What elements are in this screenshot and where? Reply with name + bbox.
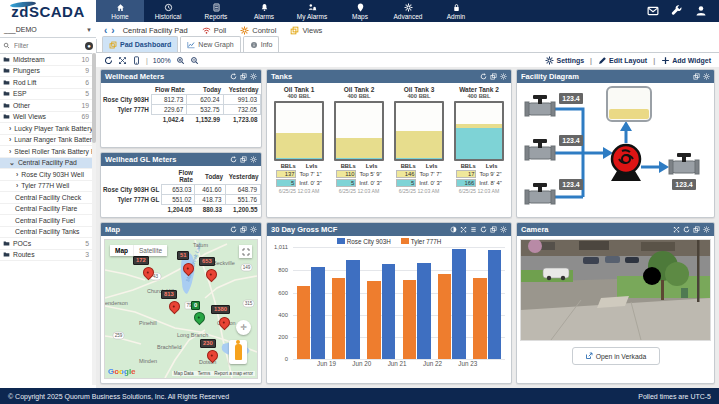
nav-item-my-alarms[interactable]: My Alarms xyxy=(288,0,336,22)
camera-feed-image[interactable] xyxy=(520,239,711,341)
clone-icon[interactable] xyxy=(240,226,247,233)
chart-bar[interactable] xyxy=(382,264,395,359)
refresh-icon[interactable] xyxy=(683,226,690,233)
add-widget-button[interactable]: Add Widget xyxy=(661,56,711,65)
map-marker-label[interactable]: 813 xyxy=(161,290,177,299)
filter-options-icon[interactable]: ● xyxy=(85,42,93,50)
terms-link[interactable]: Terms xyxy=(198,371,211,376)
gear-icon[interactable] xyxy=(250,156,257,163)
map-data-link[interactable]: Map Data xyxy=(174,371,194,376)
user-icon[interactable] xyxy=(695,5,707,17)
chart-bar[interactable] xyxy=(488,250,501,359)
sidebar-item-midstream[interactable]: Midstream10 xyxy=(0,54,96,66)
expand-icon[interactable] xyxy=(460,226,467,233)
chart-bar[interactable] xyxy=(403,280,416,359)
chart-bar[interactable] xyxy=(346,260,359,359)
map-fullscreen-button[interactable] xyxy=(239,245,252,258)
map-type-satellite-button[interactable]: Satellite xyxy=(133,245,167,256)
sidebar-item-central-facility-tanks[interactable]: Central Facility Tanks xyxy=(0,227,96,239)
refresh-icon[interactable] xyxy=(230,73,237,80)
sidebar-item-rose-city-well[interactable]: ›Rose City 903H Well xyxy=(0,169,96,181)
map-pan-control[interactable]: ✛ xyxy=(236,320,251,335)
zoom-out-icon[interactable] xyxy=(190,56,199,65)
sidebar-item-central-facility-fuel[interactable]: Central Facility Fuel xyxy=(0,215,96,227)
gear-icon[interactable] xyxy=(250,226,257,233)
sidebar-item-well-views[interactable]: Well Views69 xyxy=(0,112,96,124)
map-marker-label[interactable]: 230 xyxy=(200,339,216,348)
wrench-icon[interactable] xyxy=(671,5,683,17)
gear-icon[interactable] xyxy=(250,73,257,80)
views-button[interactable]: Views xyxy=(290,26,322,35)
contrast-icon[interactable] xyxy=(450,226,457,233)
sidebar-item-central-facility-flare[interactable]: Central Facility Flare xyxy=(0,204,96,216)
map-marker-label[interactable]: 51 xyxy=(177,251,189,260)
zoom-in-icon[interactable] xyxy=(176,56,185,65)
clone-icon[interactable] xyxy=(490,226,497,233)
map-marker-label[interactable]: 0 xyxy=(191,301,200,310)
google-logo[interactable]: Google xyxy=(108,367,136,376)
control-button[interactable]: Control xyxy=(240,26,276,35)
chart-bar[interactable] xyxy=(438,274,451,359)
nav-item-alarms[interactable]: Alarms xyxy=(240,0,288,22)
filter-input[interactable] xyxy=(12,41,83,50)
edit-layout-button[interactable]: Edit Layout xyxy=(598,56,647,65)
nav-item-historical[interactable]: Historical xyxy=(144,0,192,22)
tab-pad-dashboard[interactable]: Pad Dashboard xyxy=(102,36,178,52)
refresh-icon[interactable] xyxy=(480,226,487,233)
chart-bar[interactable] xyxy=(367,281,380,359)
nav-item-maps[interactable]: Maps xyxy=(336,0,384,22)
chart-bar[interactable] xyxy=(452,249,465,359)
gear-icon[interactable] xyxy=(703,226,710,233)
sidebar-item-routes[interactable]: Routes3 xyxy=(0,250,96,262)
clone-icon[interactable] xyxy=(490,73,497,80)
chart-bar[interactable] xyxy=(311,267,324,360)
sidebar-item-pocs[interactable]: POCs5 xyxy=(0,238,96,250)
nav-item-admin[interactable]: Admin xyxy=(432,0,480,22)
sidebar-item-esp[interactable]: ESP5 xyxy=(0,89,96,101)
nav-item-home[interactable]: Home xyxy=(96,0,144,22)
sidebar-item-central-facility-check[interactable]: Central Facility Check xyxy=(0,192,96,204)
legend-item[interactable]: Tyler 777H xyxy=(401,238,441,245)
expand-icon[interactable] xyxy=(118,56,127,65)
mail-icon[interactable] xyxy=(647,5,659,17)
tab-info[interactable]: Info xyxy=(243,36,280,52)
mobile-view-icon[interactable] xyxy=(132,56,141,65)
poll-button[interactable]: Poll xyxy=(202,26,227,35)
chart-bar[interactable] xyxy=(297,286,310,359)
map-type-map-button[interactable]: Map xyxy=(110,245,133,256)
tank-graphic[interactable] xyxy=(454,101,504,161)
facility-diagram-graphic[interactable]: 123.4 123.4 123.4 123.4 xyxy=(519,85,710,215)
tank-graphic[interactable] xyxy=(394,101,444,161)
clone-icon[interactable] xyxy=(240,156,247,163)
refresh-icon[interactable] xyxy=(480,73,487,80)
back-button[interactable]: ‹ xyxy=(104,26,107,36)
clone-icon[interactable] xyxy=(240,73,247,80)
sidebar-item-lunar-ranger[interactable]: ›Lunar Ranger Tank Battery Pad xyxy=(0,135,96,147)
nav-item-reports[interactable]: Reports xyxy=(192,0,240,22)
tab-new-graph[interactable]: New Graph xyxy=(180,36,240,52)
clone-icon[interactable] xyxy=(693,226,700,233)
sidebar-item-steel-roller[interactable]: ›Steel Roller Tank Battery Pad xyxy=(0,146,96,158)
sidebar-item-lucky-player[interactable]: ›Lucky Player Tank Battery Pad xyxy=(0,123,96,135)
clone-icon[interactable] xyxy=(693,73,700,80)
menu-icon[interactable] xyxy=(470,226,477,233)
gear-icon[interactable] xyxy=(703,73,710,80)
pegman-control[interactable] xyxy=(229,340,247,364)
tank-graphic[interactable] xyxy=(334,101,384,161)
sidebar-item-rod-lift[interactable]: Rod Lift6 xyxy=(0,77,96,89)
report-error-link[interactable]: Report a map error xyxy=(214,371,253,376)
environment-select[interactable]: ___DEMO ▼ xyxy=(0,22,96,38)
sidebar-item-other[interactable]: Other19 xyxy=(0,100,96,112)
sidebar-item-tyler-well[interactable]: ›Tyler 777H Well xyxy=(0,181,96,193)
map-marker-label[interactable]: 653 xyxy=(199,257,215,266)
map-canvas[interactable]: Martin Creek Lake 43 149 259 315 79 Tatu… xyxy=(104,239,258,379)
map-marker-label[interactable]: 172 xyxy=(133,256,149,265)
map-marker-label[interactable]: 1380 xyxy=(211,305,230,314)
chart-bar[interactable] xyxy=(473,278,486,359)
legend-item[interactable]: Rose City 903H xyxy=(337,238,391,245)
refresh-icon[interactable] xyxy=(230,156,237,163)
refresh-icon[interactable] xyxy=(104,56,113,65)
forward-button[interactable]: › xyxy=(111,26,114,36)
chart-bar[interactable] xyxy=(417,263,430,359)
refresh-icon[interactable] xyxy=(230,226,237,233)
